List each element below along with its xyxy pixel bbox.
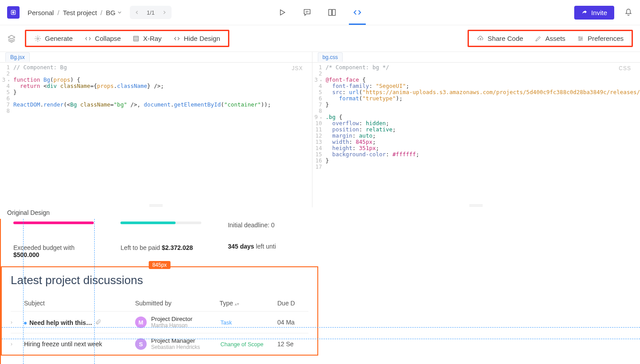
xray-icon [132,35,140,42]
col-submitted-by[interactable]: Submitted by [135,300,220,307]
discussion-row[interactable]: ›Hiring freeze until next weekSProject M… [11,333,308,355]
discussion-row[interactable]: ›Need help with this…MProject DirectorMa… [11,311,308,333]
breadcrumb-sep: / [100,9,102,16]
resize-handle[interactable] [149,205,163,206]
assets-label: Assets [545,35,565,42]
app-header: Personal / Test project / BG 1/1 Invite [0,0,640,25]
avatar: M [135,317,147,328]
chevron-down-icon [117,10,122,15]
layers-button[interactable] [7,34,16,43]
design-section-label: Original Design [0,207,640,219]
breadcrumb-item[interactable]: Personal [28,9,54,16]
type-tag: Task [220,319,233,326]
stats-row: Exceeded budget with $500.000 Left to be… [1,219,321,258]
toolbar-left-group: Generate Collapse X-Ray Hide Design [25,30,229,47]
notifications-button[interactable] [624,8,633,17]
expand-chevron[interactable]: › [11,319,24,325]
paid-bar [120,222,175,224]
language-badge: JSX [292,65,303,71]
breadcrumb-item[interactable]: Test project [63,9,97,16]
css-editor-pane: bg.css CSS 123 ▾456789 ▾1011121314151617… [312,52,640,207]
col-type[interactable]: Type▴▾ [220,300,277,307]
comment-mode-button[interactable] [303,8,312,17]
preferences-label: Preferences [588,35,624,42]
breadcrumb-sep: / [57,9,59,16]
svg-point-7 [581,38,582,39]
discussion-submitter: MProject DirectorMartha Hanson [135,316,220,328]
svg-rect-1 [12,12,15,14]
guide-line [94,219,95,364]
assets-button[interactable]: Assets [535,35,565,42]
deadline-text: Initial deadline: 0 [228,222,308,224]
paid-stat: Left to be paid $2.372.028 [120,219,201,258]
col-subject[interactable]: Subject [24,300,135,307]
prev-frame-button[interactable] [131,7,143,18]
discussions-panel: 845px Latest project discussions Subject… [1,266,318,356]
new-indicator [24,322,27,324]
svg-point-8 [580,40,580,40]
avatar: S [135,338,147,350]
budget-bar [13,222,94,224]
days-count: 345 days [228,243,254,250]
next-frame-button[interactable] [158,7,171,18]
due-date: 12 Se [277,340,308,348]
discussion-submitter: SProject ManagerSebastian Hendricks [135,338,220,350]
discussion-subject: Hiring freeze until next week [24,340,135,348]
generate-icon [34,35,41,42]
design-preview[interactable]: Exceeded budget with $500.000 Left to be… [0,219,640,364]
xray-label: X-Ray [143,35,162,42]
file-tab[interactable]: Bg.jsx [5,52,30,62]
paid-prefix: Left to be paid [120,244,162,251]
col-due-date[interactable]: Due D [277,300,308,307]
svg-point-4 [37,38,39,40]
discussions-title: Latest project discussions [11,273,308,287]
attachment-icon [95,319,101,325]
days-suffix: left unti [254,243,276,250]
pen-icon [535,35,542,42]
generate-label: Generate [45,35,73,42]
frame-nav: 1/1 [130,6,172,19]
selection-guide [2,327,640,328]
code-mode-button[interactable] [352,8,362,17]
language-badge: CSS [619,65,631,71]
collapse-icon [84,35,92,42]
app-logo[interactable] [7,6,20,19]
generate-button[interactable]: Generate [34,35,73,42]
compare-mode-button[interactable] [328,8,336,17]
type-tag: Change of Scope [220,341,264,348]
frame-counter: 1/1 [145,9,156,16]
jsx-editor-pane: Bg.jsx JSX 123 ▾45678 // Component: Bg f… [0,52,312,207]
svg-rect-2 [329,9,332,15]
code-toolbar: Generate Collapse X-Ray Hide Design Shar… [0,25,640,52]
xray-button[interactable]: X-Ray [132,35,162,42]
expand-chevron[interactable]: › [11,341,24,347]
resize-handle[interactable] [469,205,483,206]
breadcrumb: Personal / Test project / BG [28,9,122,16]
collapse-label: Collapse [95,35,121,42]
budget-stat: Exceeded budget with $500.000 [13,219,94,258]
hide-design-label: Hide Design [184,35,220,42]
css-code-area[interactable]: 123 ▾456789 ▾1011121314151617 /* Compone… [312,63,640,207]
paid-amount: $2.372.028 [162,244,193,251]
breadcrumb-item-current[interactable]: BG [106,9,122,16]
editor-tabs: bg.css [312,52,640,63]
share-arrow-icon [581,9,588,16]
code-icon [173,35,180,42]
selection-size-badge: 845px [149,261,171,269]
svg-rect-3 [332,9,336,15]
header-actions: Invite [574,6,633,20]
share-code-button[interactable]: Share Code [477,35,523,42]
play-mode-button[interactable] [278,8,287,17]
svg-rect-5 [134,36,139,41]
hide-design-button[interactable]: Hide Design [173,35,220,42]
jsx-code-area[interactable]: 123 ▾45678 // Component: Bg function Bg(… [0,63,312,207]
collapse-button[interactable]: Collapse [84,35,121,42]
selection-guide [2,339,640,339]
sliders-icon [577,35,584,42]
submitter-name: Sebastian Hendricks [151,344,200,350]
invite-label: Invite [591,9,607,16]
preferences-button[interactable]: Preferences [577,35,624,42]
invite-button[interactable]: Invite [574,6,614,20]
file-tab[interactable]: bg.css [318,52,343,62]
toolbar-right-group: Share Code Assets Preferences [468,30,633,47]
